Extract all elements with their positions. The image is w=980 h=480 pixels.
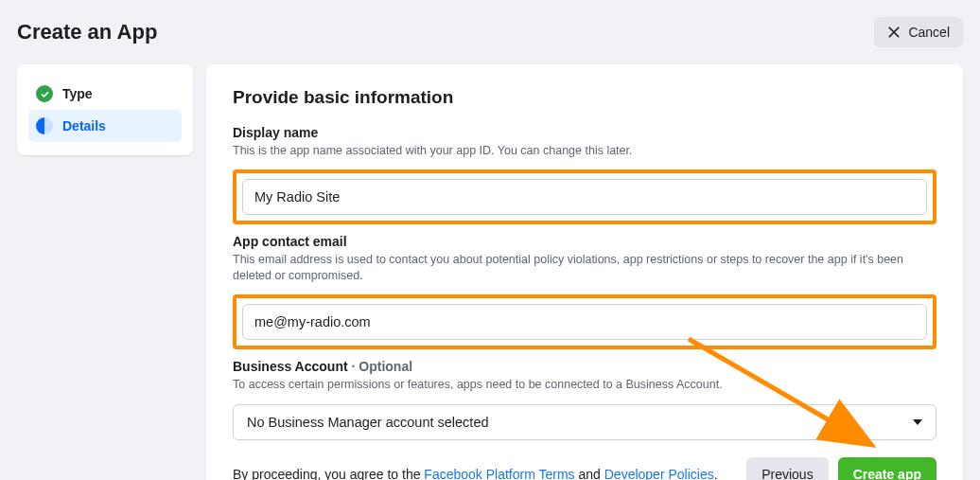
- display-name-input[interactable]: [242, 179, 927, 215]
- previous-button[interactable]: Previous: [746, 457, 828, 480]
- contact-email-group: App contact email This email address is …: [233, 234, 936, 283]
- main-title: Provide basic information: [233, 87, 936, 108]
- step-details[interactable]: Details: [28, 110, 182, 142]
- business-account-desc: To access certain permissions or feature…: [233, 377, 936, 393]
- cancel-button[interactable]: Cancel: [874, 17, 963, 47]
- display-name-desc: This is the app name associated with you…: [233, 143, 936, 158]
- step-label: Type: [62, 86, 93, 101]
- sidebar: Type Details: [17, 64, 193, 155]
- annotation-arrow-icon: [679, 329, 897, 462]
- page-title: Create an App: [17, 20, 157, 44]
- display-name-highlight: [233, 169, 936, 224]
- developer-policies-link[interactable]: Developer Policies: [604, 467, 714, 480]
- business-account-group: Business Account · Optional To access ce…: [233, 359, 936, 393]
- display-name-group: Display name This is the app name associ…: [233, 125, 936, 158]
- step-label: Details: [62, 118, 106, 133]
- progress-icon: [36, 117, 53, 134]
- contact-email-desc: This email address is used to contact yo…: [233, 252, 936, 283]
- display-name-label: Display name: [233, 125, 936, 140]
- create-app-button[interactable]: Create app: [838, 457, 936, 480]
- platform-terms-link[interactable]: Facebook Platform Terms: [424, 467, 574, 480]
- business-account-label: Business Account · Optional: [233, 359, 936, 374]
- contact-email-input[interactable]: [242, 304, 927, 340]
- checkmark-icon: [36, 85, 53, 102]
- chevron-down-icon: [913, 419, 922, 425]
- business-account-selected: No Business Manager account selected: [247, 415, 489, 430]
- contact-email-label: App contact email: [233, 234, 936, 249]
- close-icon: [887, 26, 901, 39]
- contact-email-highlight: [233, 294, 936, 349]
- cancel-label: Cancel: [908, 25, 950, 40]
- business-account-select[interactable]: No Business Manager account selected: [233, 404, 936, 440]
- step-type[interactable]: Type: [28, 78, 182, 110]
- main-panel: Provide basic information Display name T…: [206, 64, 963, 480]
- terms-text: By proceeding, you agree to the Facebook…: [233, 467, 718, 480]
